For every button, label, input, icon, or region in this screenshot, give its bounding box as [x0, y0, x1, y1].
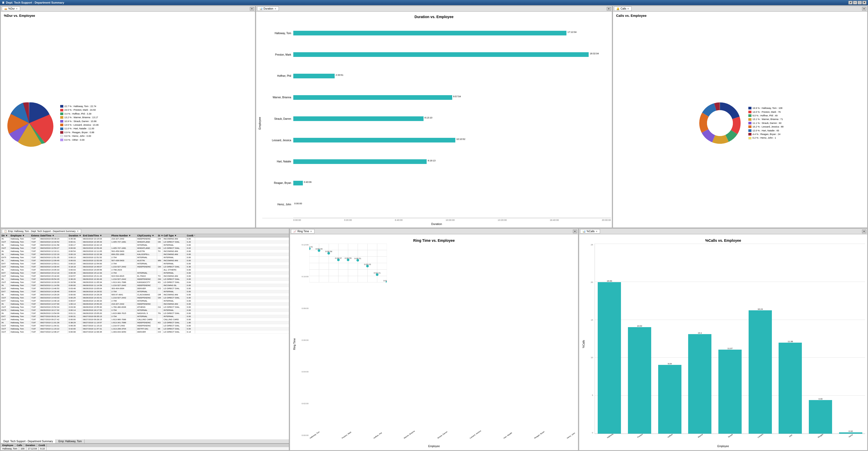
table-cell-29-7: DETRT-0A1 — [136, 328, 157, 330]
table-row-14[interactable]: OUTHalloway, Tom719708/23/2019 10:33:290… — [1, 281, 289, 284]
table-cell-20-5: 08/26/2019 14:46:34 — [82, 300, 111, 302]
table-row-23[interactable]: EXTIHalloway, Tom719708/26/2019 16:17:32… — [1, 309, 289, 312]
calls-panel-close[interactable]: ✕ — [862, 7, 866, 10]
table-row-5[interactable]: INHalloway, Tom719708/23/2019 12:22:190:… — [1, 253, 289, 256]
dur-tab[interactable]: 🥧 %Dur ✕ — [2, 6, 20, 11]
calls-chart-area: 19.9 % : Halloway, Tom : 108 14.0 % : Pr… — [613, 19, 867, 228]
table-cell-1-3: 08/23/2019 10:34:52 — [39, 241, 68, 243]
table-row-0[interactable]: INHalloway, Tom719708/23/2019 09:39:240:… — [1, 237, 289, 241]
table-row-29[interactable]: OUTHalloway, Tom719708/27/2019 11:15:220… — [1, 328, 289, 331]
table-row-28[interactable]: OUTHalloway, Tom719708/27/2019 11:04:310… — [1, 324, 289, 328]
table-cell-2-9: INTERNAL — [163, 244, 186, 247]
status-cost-header: Cost$ — [37, 444, 47, 447]
table-cell-16-4: 0:03:46 — [68, 287, 82, 290]
col-dur-header[interactable]: Duration ▼ — [68, 234, 82, 237]
table-row-6[interactable]: EXTIHalloway, Tom719708/23/2019 12:51:35… — [1, 256, 289, 259]
table-row-27[interactable]: INHalloway, Tom719708/27/2019 11:01:280:… — [1, 321, 289, 324]
svg-point-10 — [707, 110, 733, 136]
ring-time-panel-close[interactable]: ✕ — [573, 230, 577, 233]
duration-bar-fill-1 — [293, 52, 589, 57]
table-cell-9-0: OUT — [1, 265, 10, 268]
table-row-25[interactable]: EXTHalloway, Tom719708/27/2019 09:31:340… — [1, 315, 289, 318]
pct-calls-tab-close[interactable]: ✕ — [596, 230, 598, 233]
table-cell-29-8: MI — [157, 328, 163, 330]
table-cell-1-10: 0.20 — [186, 241, 195, 243]
table-row-19[interactable]: OUTHalloway, Tom719708/23/2019 14:43:030… — [1, 297, 289, 300]
table-tab-close[interactable]: ✕ — [77, 230, 79, 232]
col-ext-header[interactable]: Extensn ▼ — [30, 234, 39, 237]
table-cell-13-8: OH — [157, 278, 163, 281]
table-cell-4-4: 0:00:54 — [68, 250, 82, 253]
table-cell-23-8 — [157, 309, 163, 312]
minimize-button[interactable]: − — [853, 1, 857, 4]
dur-tab-close[interactable]: ✕ — [16, 7, 18, 10]
ring-time-tab-label: Ring Time — [298, 230, 309, 233]
col-phone-header[interactable]: Phone Number ▼ — [111, 234, 136, 237]
table-cell-12-0: OUT — [1, 275, 10, 278]
table-cell-23-7: INTERNAL — [136, 309, 157, 312]
col-dir-header[interactable]: Dir ▼ — [1, 234, 10, 237]
table-row-12[interactable]: OUTHalloway, Tom719708/23/2019 15:18:400… — [1, 275, 289, 278]
table-cell-0-8: OH — [157, 237, 163, 240]
table-row-16[interactable]: OUTHalloway, Tom719708/23/2019 13:46:530… — [1, 287, 289, 290]
col-emp-header[interactable]: Employee ▼ — [10, 234, 30, 237]
dur-panel-close[interactable]: ✕ — [250, 7, 254, 10]
pct-calls-tab[interactable]: 📊 %Calls ✕ — [580, 229, 600, 233]
pct-bar-3 — [688, 334, 711, 434]
duration-bar-label-7: Reagan, Bryan — [262, 181, 293, 185]
duration-bar-value-5: 10:10:52 — [455, 138, 465, 140]
ring-time-tab[interactable]: 📈 Ring Time ✕ — [291, 229, 314, 233]
col-type-header[interactable]: Call Type ▼ — [163, 234, 186, 237]
table-row-3[interactable]: OUTHalloway, Tom719708/23/2019 10:53:270… — [1, 247, 289, 250]
duration-tab-close[interactable]: ✕ — [274, 7, 277, 10]
table-row-20[interactable]: EXTHalloway, Tom719708/23/2019 14:46:180… — [1, 300, 289, 303]
table-row-2[interactable]: INHalloway, Tom719708/23/2019 10:41:580:… — [1, 244, 289, 247]
col-city-header[interactable]: City/Country ▼ — [136, 234, 157, 237]
share-button[interactable]: ⇗ — [848, 1, 852, 4]
duration-tab[interactable]: 📊 Duration ✕ — [257, 6, 279, 11]
col-edt-header[interactable]: End Date/Time ▼ — [82, 234, 111, 237]
table-cell-7-4: 0:00:03 — [68, 259, 82, 262]
duration-bar-row-5: Lessard, Jessica 10:10:52 — [262, 137, 611, 144]
table-row-13[interactable]: INHalloway, Tom719708/23/2019 09:54:290:… — [1, 278, 289, 281]
table-row-7[interactable]: INHalloway, Tom719708/23/2019 12:09:490:… — [1, 259, 289, 262]
table-row-10[interactable]: INHalloway, Tom719708/23/2019 15:05:330:… — [1, 269, 289, 272]
col-date-header[interactable]: Date/Time ▼ — [39, 234, 68, 237]
table-row-18[interactable]: INHalloway, Tom719708/23/2019 14:29:290:… — [1, 293, 289, 297]
table-row-30[interactable]: OUTHalloway, Tom719708/27/2019 12:06:270… — [1, 331, 289, 334]
table-cell-20-3: 08/23/2019 14:46:18 — [39, 300, 68, 302]
calls-tab[interactable]: 🔔 Calls ✕ — [614, 6, 631, 11]
table-cell-2-2: 7197 — [30, 244, 39, 247]
duration-panel-close[interactable]: ✕ — [607, 7, 611, 10]
col-st-header[interactable]: St ▼ — [157, 234, 163, 237]
pct-calls-panel-close[interactable]: ✕ — [862, 230, 866, 233]
table-cell-3-9: LD DIRECT DIAL — [163, 247, 186, 250]
table-cell-10-1: Halloway, Tom — [10, 269, 30, 271]
table-row-9[interactable]: OUTHalloway, Tom719708/23/2019 14:30:440… — [1, 265, 289, 269]
table-row-26[interactable]: OUTHalloway, Tom719708/27/2019 09:27:420… — [1, 318, 289, 321]
calls-tab-close[interactable]: ✕ — [627, 7, 629, 10]
table-cell-14-2: 7197 — [30, 281, 39, 284]
table-cell-14-1: Halloway, Tom — [10, 281, 30, 284]
ring-time-tab-close[interactable]: ✕ — [310, 230, 312, 233]
maximize-button[interactable]: □ — [858, 1, 862, 4]
dept-tab[interactable]: Dept: Tech Support - Department Summary — [1, 440, 56, 443]
table-row-15[interactable]: INHalloway, Tom719708/23/2019 11:14:590:… — [1, 284, 289, 287]
table-row-1[interactable]: OUTHalloway, Tom719708/23/2019 10:34:520… — [1, 241, 289, 244]
table-row-4[interactable]: INHalloway, Tom719708/23/2019 12:10:110:… — [1, 250, 289, 253]
legend-item-7: 0.9 % : Reagan, Bryan : 0.88 — [60, 131, 99, 134]
table-row-22[interactable]: OUTHalloway, Tom719708/23/2019 15:52:040… — [1, 306, 289, 309]
table-row-11[interactable]: EXTHalloway, Tom719708/23/2019 15:12:160… — [1, 272, 289, 275]
col-cost-header[interactable]: Cost$ ▼ — [186, 234, 195, 237]
table-cell-9-2: 7197 — [30, 265, 39, 268]
table-row-17[interactable]: EXTHalloway, Tom719708/23/2019 14:28:460… — [1, 290, 289, 293]
table-row-8[interactable]: EXTHalloway, Tom719708/23/2019 12:53:110… — [1, 262, 289, 265]
calls-legend-4: 11.1 % : Straub, Darren : 60 — [748, 121, 783, 125]
emp-tab[interactable]: Emp: Halloway, Tom — [56, 440, 85, 443]
table-cell-19-4: 0:00:25 — [68, 297, 82, 299]
table-row-24[interactable]: INHalloway, Tom719708/26/2019 13:54:090:… — [1, 312, 289, 315]
table-row-21[interactable]: INHalloway, Tom719708/23/2019 14:47:001:… — [1, 303, 289, 306]
table-cell-13-9: LD DIRECT DIAL — [163, 278, 186, 281]
close-button[interactable]: ✕ — [862, 1, 866, 4]
table-tab[interactable]: 📋 Emp: Halloway, Tom · Dept: Tech Suppor… — [2, 229, 81, 233]
